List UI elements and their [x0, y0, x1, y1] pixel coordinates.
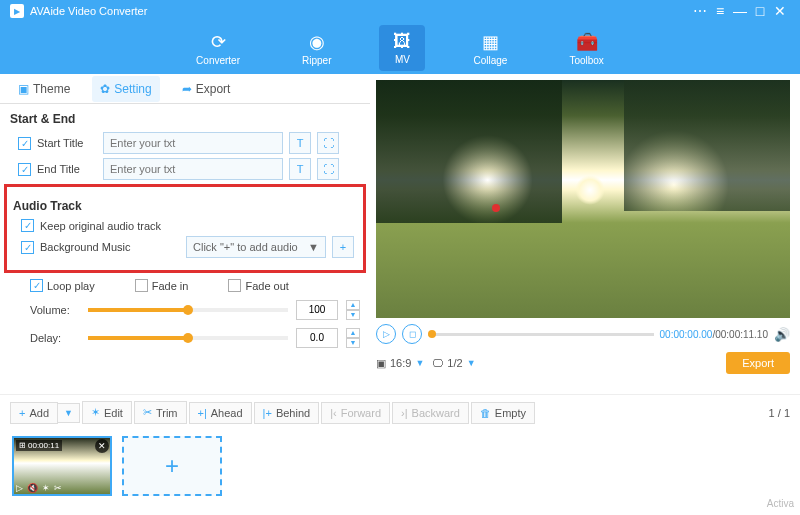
keep-original-checkbox[interactable]: ✓: [21, 219, 34, 232]
delay-up-button[interactable]: ▲: [346, 328, 360, 338]
keep-original-label: Keep original audio track: [40, 220, 180, 232]
nav-toolbox[interactable]: 🧰Toolbox: [555, 25, 617, 72]
end-title-checkbox[interactable]: ✓: [18, 163, 31, 176]
bg-music-dropdown[interactable]: Click "+" to add audio▼: [186, 236, 326, 258]
preview-video[interactable]: [376, 80, 790, 318]
clip-mute-icon[interactable]: 🔇: [27, 483, 38, 493]
volume-label: Volume:: [30, 304, 80, 316]
tab-setting[interactable]: ✿Setting: [92, 76, 159, 102]
tab-theme[interactable]: ▣Theme: [10, 76, 78, 102]
monitor-icon: 🖵: [432, 357, 443, 369]
ahead-button[interactable]: +|Ahead: [189, 402, 252, 424]
close-button[interactable]: ✕: [770, 3, 790, 19]
export-button[interactable]: Export: [726, 352, 790, 374]
page-indicator: 1 / 1: [769, 407, 790, 419]
start-title-checkbox[interactable]: ✓: [18, 137, 31, 150]
minimize-button[interactable]: —: [730, 3, 750, 19]
converter-icon: ⟳: [211, 31, 226, 53]
ahead-icon: +|: [198, 407, 207, 419]
export-icon: ➦: [182, 82, 192, 96]
start-title-label: Start Title: [37, 137, 97, 149]
add-clip-button[interactable]: +: [122, 436, 222, 496]
start-title-input[interactable]: [103, 132, 283, 154]
film-icon: ⊞: [19, 441, 26, 450]
backward-icon: ›|: [401, 407, 408, 419]
volume-value[interactable]: 100: [296, 300, 338, 320]
volume-up-button[interactable]: ▲: [346, 300, 360, 310]
collage-icon: ▦: [482, 31, 499, 53]
titlebar: ▶ AVAide Video Converter ⋯ ≡ — □ ✕: [0, 0, 800, 22]
stop-button[interactable]: ◻: [402, 324, 422, 344]
audio-title: Audio Track: [13, 199, 363, 213]
forward-button[interactable]: |‹Forward: [321, 402, 390, 424]
end-title-row: ✓ End Title T ⛶: [18, 158, 370, 180]
end-text-style-button[interactable]: T: [289, 158, 311, 180]
audio-track-section: Audio Track ✓ Keep original audio track …: [4, 184, 366, 273]
preview-options: ▣16:9▼ 🖵1/2▼ Export: [376, 352, 790, 374]
screen-size-select[interactable]: 🖵1/2▼: [432, 357, 475, 369]
plus-icon: +: [19, 407, 25, 419]
startend-title: Start & End: [10, 112, 370, 126]
nav-mv[interactable]: 🖼MV: [379, 25, 425, 71]
theme-icon: ▣: [18, 82, 29, 96]
mv-icon: 🖼: [393, 31, 411, 52]
delay-down-button[interactable]: ▼: [346, 338, 360, 348]
left-panel: ▣Theme ✿Setting ➦Export Start & End ✓ St…: [0, 74, 370, 394]
timeline: ⊞00:00:11 ✕ ▷ 🔇 ✶ ✂ +: [0, 430, 800, 502]
maximize-button[interactable]: □: [750, 3, 770, 19]
edit-button[interactable]: ✶Edit: [82, 401, 132, 424]
bg-music-label: Background Music: [40, 241, 180, 253]
clip-edit-icon[interactable]: ✶: [42, 483, 50, 493]
fadeout-checkbox[interactable]: [228, 279, 241, 292]
clip-duration: ⊞00:00:11: [16, 440, 62, 451]
menu-icon[interactable]: ≡: [710, 3, 730, 19]
aspect-ratio-select[interactable]: ▣16:9▼: [376, 357, 424, 370]
crop-icon: ▣: [376, 357, 386, 370]
behind-button[interactable]: |+Behind: [254, 402, 320, 424]
sub-tabs: ▣Theme ✿Setting ➦Export: [0, 74, 370, 104]
delay-value[interactable]: 0.0: [296, 328, 338, 348]
wand-icon: ✶: [91, 406, 100, 419]
add-audio-button[interactable]: +: [332, 236, 354, 258]
bg-music-row: ✓ Background Music Click "+" to add audi…: [21, 236, 363, 258]
fadein-checkbox[interactable]: [135, 279, 148, 292]
start-text-style-button[interactable]: T: [289, 132, 311, 154]
clip-thumbnail[interactable]: ⊞00:00:11 ✕ ▷ 🔇 ✶ ✂: [12, 436, 112, 496]
right-panel: ▷ ◻ 00:00:00.00/00:00:11.10 🔊 ▣16:9▼ 🖵1/…: [370, 74, 800, 394]
add-dropdown[interactable]: ▼: [57, 403, 80, 423]
preview-content: [575, 175, 605, 205]
start-expand-button[interactable]: ⛶: [317, 132, 339, 154]
trash-icon: 🗑: [480, 407, 491, 419]
trim-button[interactable]: ✂Trim: [134, 401, 187, 424]
setting-icon: ✿: [100, 82, 110, 96]
nav-ripper[interactable]: ◉Ripper: [288, 25, 345, 72]
play-button[interactable]: ▷: [376, 324, 396, 344]
end-title-label: End Title: [37, 163, 97, 175]
empty-button[interactable]: 🗑Empty: [471, 402, 535, 424]
volume-row: Volume: 100 ▲▼: [30, 300, 370, 320]
tab-export-sub[interactable]: ➦Export: [174, 76, 239, 102]
end-title-input[interactable]: [103, 158, 283, 180]
nav-converter[interactable]: ⟳Converter: [182, 25, 254, 72]
time-display: 00:00:00.00/00:00:11.10: [660, 329, 768, 340]
app-title: AVAide Video Converter: [30, 5, 690, 17]
preview-marker-icon: [492, 204, 500, 212]
delay-row: Delay: 0.0 ▲▼: [30, 328, 370, 348]
loop-checkbox[interactable]: ✓: [30, 279, 43, 292]
volume-down-button[interactable]: ▼: [346, 310, 360, 320]
chevron-down-icon: ▼: [308, 241, 319, 253]
bg-music-checkbox[interactable]: ✓: [21, 241, 34, 254]
clip-play-icon[interactable]: ▷: [16, 483, 23, 493]
backward-button[interactable]: ›|Backward: [392, 402, 469, 424]
nav-collage[interactable]: ▦Collage: [459, 25, 521, 72]
end-expand-button[interactable]: ⛶: [317, 158, 339, 180]
seek-slider[interactable]: [428, 333, 654, 336]
clip-toolbar: +Add ▼ ✶Edit ✂Trim +|Ahead |+Behind |‹Fo…: [0, 394, 800, 430]
clip-trim-icon[interactable]: ✂: [54, 483, 62, 493]
feedback-icon[interactable]: ⋯: [690, 3, 710, 19]
volume-slider[interactable]: [88, 308, 288, 312]
delay-slider[interactable]: [88, 336, 288, 340]
clip-remove-button[interactable]: ✕: [95, 439, 109, 453]
add-button[interactable]: +Add: [10, 402, 58, 424]
volume-icon[interactable]: 🔊: [774, 327, 790, 342]
